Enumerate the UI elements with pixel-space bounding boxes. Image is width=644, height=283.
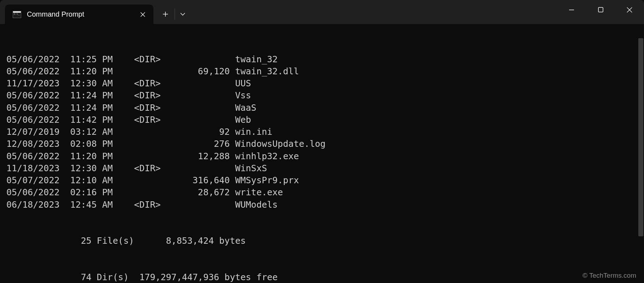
maximize-button[interactable] (586, 0, 615, 19)
window-close-button[interactable] (615, 0, 644, 19)
terminal-output[interactable]: 05/06/2022 11:25 PM <DIR> twain_3205/06/… (0, 24, 644, 283)
tab-close-button[interactable] (139, 10, 147, 19)
listing-row: 11/17/2023 12:30 AM <DIR> UUS (6, 77, 638, 89)
listing-row: 05/07/2022 12:10 AM 316,640 WMSysPr9.prx (6, 174, 638, 186)
close-icon (140, 12, 145, 17)
listing-row: 05/06/2022 11:20 PM 12,288 winhlp32.exe (6, 150, 638, 162)
chevron-down-icon (180, 13, 185, 16)
listing-row: 05/06/2022 11:24 PM <DIR> WaaS (6, 102, 638, 114)
maximize-icon (598, 7, 603, 12)
new-tab-button[interactable] (156, 6, 175, 23)
titlebar: Command Prompt (0, 0, 644, 24)
watermark-text: © TechTerms.com (582, 272, 636, 279)
tab-dropdown-button[interactable] (175, 6, 191, 23)
listing-row: 05/06/2022 11:25 PM <DIR> twain_32 (6, 53, 638, 65)
minimize-icon (569, 7, 574, 13)
listing-row: 12/07/2019 03:12 AM 92 win.ini (6, 126, 638, 138)
listing-row: 05/06/2022 11:24 PM <DIR> Vss (6, 89, 638, 102)
listing-row: 05/06/2022 11:20 PM 69,120 twain_32.dll (6, 65, 638, 77)
scrollbar-thumb[interactable] (638, 38, 643, 236)
tab-command-prompt[interactable]: Command Prompt (5, 5, 153, 24)
listing-row: 06/18/2023 12:45 AM <DIR> WUModels (6, 199, 638, 211)
plus-icon (163, 11, 168, 17)
minimize-button[interactable] (557, 0, 586, 19)
listing-row: 05/06/2022 02:16 PM 28,672 write.exe (6, 186, 638, 198)
summary-dirs: 74 Dir(s) 179,297,447,936 bytes free (6, 271, 638, 283)
listing-row: 12/08/2023 02:08 PM 276 WindowsUpdate.lo… (6, 138, 638, 150)
directory-listing: 05/06/2022 11:25 PM <DIR> twain_3205/06/… (6, 53, 638, 211)
scrollbar-track[interactable] (638, 24, 643, 282)
listing-row: 05/06/2022 11:42 PM <DIR> Web (6, 114, 638, 126)
cmd-icon (13, 11, 21, 18)
tab-title: Command Prompt (27, 10, 84, 18)
listing-row: 11/18/2023 12:30 AM <DIR> WinSxS (6, 162, 638, 174)
summary-files: 25 File(s) 8,853,424 bytes (6, 235, 638, 247)
close-icon (627, 7, 632, 13)
svg-rect-5 (598, 7, 603, 12)
window-controls (557, 0, 644, 19)
